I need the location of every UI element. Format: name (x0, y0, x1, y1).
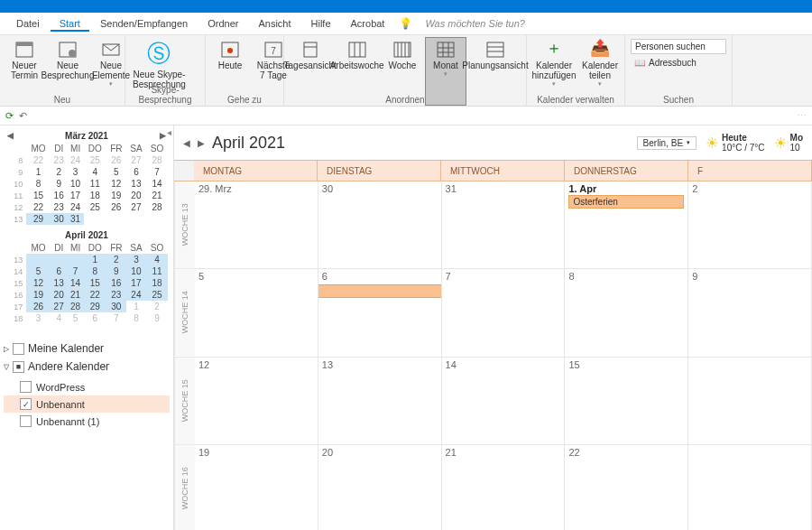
checkbox[interactable]: ■ (13, 361, 24, 373)
minical-day[interactable] (51, 254, 67, 265)
minical-day[interactable]: 8 (26, 178, 51, 190)
minical-day[interactable]: 7 (67, 265, 83, 277)
day-cell[interactable] (688, 358, 812, 444)
minical-day[interactable]: 4 (51, 312, 67, 324)
minical-day[interactable]: 21 (67, 289, 83, 301)
day-cell[interactable]: 9 (688, 269, 812, 356)
day-cell[interactable]: 29. Mrz (195, 181, 318, 268)
minical-day[interactable]: 29 (26, 213, 51, 225)
minical-day[interactable]: 5 (106, 166, 126, 178)
minical-day[interactable]: 17 (67, 190, 83, 201)
minical-day[interactable]: 18 (84, 190, 106, 201)
day-cell[interactable]: 6Osterferien (318, 269, 442, 356)
day-cell[interactable]: 7 (442, 269, 566, 356)
minical-day[interactable]: 23 (51, 201, 67, 213)
minical-day[interactable]: 28 (67, 301, 83, 312)
minical-day[interactable]: 31 (67, 213, 83, 225)
checkbox[interactable] (13, 343, 24, 355)
meine-kalender-header[interactable]: ▷Meine Kalender (4, 342, 170, 355)
minical-day[interactable]: 10 (126, 265, 146, 277)
minical-day[interactable]: 14 (67, 277, 83, 289)
minical-day[interactable]: 30 (51, 213, 67, 225)
calendar-list-item[interactable]: WordPress (4, 378, 170, 395)
minical-day[interactable] (67, 254, 83, 265)
day-cell[interactable]: 2 (688, 181, 812, 268)
day-cell[interactable]: 1. AprOsterferien (565, 181, 688, 268)
minical-day[interactable]: 4 (146, 254, 168, 265)
minical-day[interactable]: 14 (146, 178, 168, 190)
minical-day[interactable]: 27 (126, 201, 146, 213)
minical-day[interactable]: 23 (106, 289, 126, 301)
event-span[interactable]: Osterferien (318, 284, 442, 298)
calendar-list-item[interactable]: Unbenannt (1) (4, 413, 170, 430)
day-cell[interactable]: 22 (565, 445, 688, 530)
day-cell[interactable]: 19 (195, 445, 318, 530)
minical-day[interactable]: 26 (106, 154, 126, 166)
menu-acrobat[interactable]: Acrobat (342, 15, 394, 32)
day-cell[interactable]: 8 (565, 269, 688, 356)
minical-day[interactable]: 27 (51, 301, 67, 312)
minical-day[interactable]: 20 (51, 289, 67, 301)
minical-day[interactable]: 21 (146, 190, 168, 201)
minical-day[interactable] (26, 254, 51, 265)
day-cell[interactable]: 31 (442, 181, 566, 268)
minical-day[interactable]: 12 (26, 277, 51, 289)
day-cell[interactable]: 20 (318, 445, 442, 530)
minical-day[interactable]: 3 (126, 254, 146, 265)
minical-day[interactable] (126, 213, 146, 225)
checkbox[interactable] (20, 415, 32, 427)
minical-day[interactable]: 18 (146, 277, 168, 289)
day-cell[interactable]: 15 (565, 358, 688, 444)
event[interactable]: Osterferien (568, 195, 684, 209)
minical-day[interactable]: 22 (26, 154, 51, 166)
minical-day[interactable]: 26 (106, 201, 126, 213)
menu-start[interactable]: Start (51, 15, 89, 32)
minical-day[interactable]: 19 (106, 190, 126, 201)
minical-day[interactable]: 25 (84, 154, 106, 166)
minical-day[interactable]: 9 (51, 178, 67, 190)
minical-day[interactable]: 13 (51, 277, 67, 289)
minical-day[interactable]: 8 (84, 265, 106, 277)
menu-hilfe[interactable]: Hilfe (302, 15, 340, 32)
minical-day[interactable] (146, 213, 168, 225)
minical-day[interactable]: 22 (26, 201, 51, 213)
minical-day[interactable]: 29 (84, 301, 106, 312)
minical-day[interactable]: 25 (146, 289, 168, 301)
minical-day[interactable]: 11 (146, 265, 168, 277)
minical-day[interactable] (84, 213, 106, 225)
day-cell[interactable]: 12 (195, 358, 318, 444)
minical-day[interactable]: 16 (106, 277, 126, 289)
minical-day[interactable] (106, 213, 126, 225)
minical-day[interactable]: 4 (84, 166, 106, 178)
minical-day[interactable]: 11 (84, 178, 106, 190)
minical-day[interactable]: 7 (146, 166, 168, 178)
minical-day[interactable]: 1 (126, 301, 146, 312)
minical-day[interactable]: 5 (26, 265, 51, 277)
day-cell[interactable] (688, 445, 812, 530)
minical-day[interactable]: 6 (126, 166, 146, 178)
tell-me-search[interactable]: Was möchten Sie tun? (425, 18, 524, 29)
day-cell[interactable]: 30 (318, 181, 442, 268)
next-icon[interactable]: ▶ (160, 131, 166, 140)
minical-day[interactable]: 6 (84, 312, 106, 324)
minical-day[interactable]: 2 (106, 254, 126, 265)
minical-day[interactable]: 24 (67, 201, 83, 213)
minical-day[interactable]: 26 (26, 301, 51, 312)
personen-suchen-input[interactable]: Personen suchen (631, 39, 726, 54)
day-cell[interactable]: 14 (442, 358, 566, 444)
minical-day[interactable]: 25 (84, 201, 106, 213)
menu-ordner[interactable]: Ordner (198, 15, 247, 32)
location-selector[interactable]: Berlin, BE▾ (637, 136, 697, 150)
minical-day[interactable]: 5 (67, 312, 83, 324)
day-cell[interactable]: 13 (318, 358, 442, 444)
minical-day[interactable]: 1 (84, 254, 106, 265)
minical-day[interactable]: 1 (26, 166, 51, 178)
checkbox[interactable] (20, 381, 32, 393)
minical-day[interactable]: 15 (84, 277, 106, 289)
minical-day[interactable]: 27 (126, 154, 146, 166)
minical-day[interactable]: 2 (51, 166, 67, 178)
minical-day[interactable]: 20 (126, 190, 146, 201)
minical-day[interactable]: 3 (26, 312, 51, 324)
prev-icon[interactable]: ◀ (7, 131, 14, 140)
minical-day[interactable]: 22 (84, 289, 106, 301)
